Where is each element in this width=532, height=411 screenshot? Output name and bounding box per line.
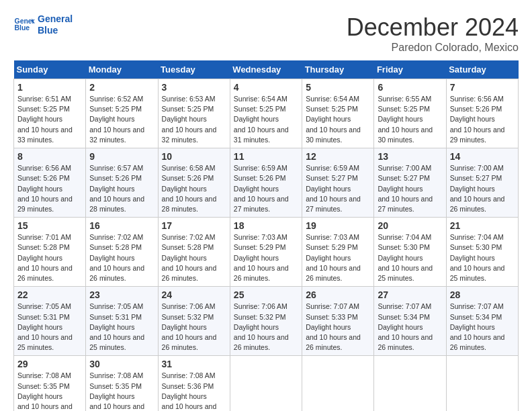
day-info: Sunrise: 6:57 AMSunset: 5:26 PMDaylight … (89, 163, 154, 214)
col-tuesday: Tuesday (158, 60, 230, 79)
day-info: Sunrise: 7:05 AMSunset: 5:31 PMDaylight … (17, 302, 82, 353)
day-info: Sunrise: 6:53 AMSunset: 5:25 PMDaylight … (162, 94, 226, 145)
logo-line2: Blue (38, 25, 73, 36)
calendar-cell: 12Sunrise: 6:59 AMSunset: 5:27 PMDayligh… (302, 148, 374, 218)
day-info: Sunrise: 7:07 AMSunset: 5:33 PMDaylight … (306, 302, 370, 353)
day-info: Sunrise: 6:59 AMSunset: 5:27 PMDaylight … (306, 163, 370, 214)
calendar-cell: 4Sunrise: 6:54 AMSunset: 5:25 PMDaylight… (230, 79, 302, 148)
calendar-cell: 26Sunrise: 7:07 AMSunset: 5:33 PMDayligh… (302, 287, 374, 356)
calendar-cell: 25Sunrise: 7:06 AMSunset: 5:32 PMDayligh… (230, 287, 302, 356)
calendar-cell: 8Sunrise: 6:56 AMSunset: 5:26 PMDaylight… (14, 148, 86, 218)
header-row: Sunday Monday Tuesday Wednesday Thursday… (14, 60, 519, 79)
calendar-cell: 9Sunrise: 6:57 AMSunset: 5:26 PMDaylight… (86, 148, 158, 218)
col-saturday: Saturday (446, 60, 518, 79)
calendar-cell: 30Sunrise: 7:08 AMSunset: 5:35 PMDayligh… (86, 356, 158, 411)
day-number: 27 (378, 289, 442, 300)
day-info: Sunrise: 6:54 AMSunset: 5:25 PMDaylight … (306, 94, 370, 145)
day-info: Sunrise: 7:06 AMSunset: 5:32 PMDaylight … (234, 302, 298, 353)
day-number: 2 (89, 82, 154, 93)
title-area: December 2024 Paredon Colorado, Mexico (347, 13, 519, 54)
calendar-cell: 28Sunrise: 7:07 AMSunset: 5:34 PMDayligh… (446, 287, 518, 356)
day-number: 29 (17, 359, 82, 369)
calendar-cell: 10Sunrise: 6:58 AMSunset: 5:26 PMDayligh… (158, 148, 230, 218)
calendar-cell: 1Sunrise: 6:51 AMSunset: 5:25 PMDaylight… (14, 79, 86, 148)
day-info: Sunrise: 7:05 AMSunset: 5:31 PMDaylight … (89, 302, 154, 353)
day-info: Sunrise: 7:02 AMSunset: 5:28 PMDaylight … (162, 232, 226, 283)
col-friday: Friday (374, 60, 446, 79)
calendar-cell: 31Sunrise: 7:08 AMSunset: 5:36 PMDayligh… (158, 356, 230, 411)
day-number: 22 (17, 289, 82, 300)
day-number: 21 (450, 220, 515, 231)
day-info: Sunrise: 6:56 AMSunset: 5:26 PMDaylight … (17, 163, 82, 214)
calendar-cell: 23Sunrise: 7:05 AMSunset: 5:31 PMDayligh… (86, 287, 158, 356)
calendar-cell (446, 356, 518, 411)
day-number: 23 (89, 289, 154, 300)
day-number: 16 (89, 220, 154, 231)
calendar-cell: 13Sunrise: 7:00 AMSunset: 5:27 PMDayligh… (374, 148, 446, 218)
day-info: Sunrise: 7:04 AMSunset: 5:30 PMDaylight … (378, 232, 442, 283)
day-number: 24 (162, 289, 226, 300)
calendar-week-4: 22Sunrise: 7:05 AMSunset: 5:31 PMDayligh… (14, 287, 519, 356)
day-number: 26 (306, 289, 370, 300)
day-info: Sunrise: 7:07 AMSunset: 5:34 PMDaylight … (450, 302, 515, 353)
calendar-cell: 21Sunrise: 7:04 AMSunset: 5:30 PMDayligh… (446, 218, 518, 287)
calendar-cell: 5Sunrise: 6:54 AMSunset: 5:25 PMDaylight… (302, 79, 374, 148)
logo-icon: General Blue (13, 14, 35, 36)
calendar-cell: 24Sunrise: 7:06 AMSunset: 5:32 PMDayligh… (158, 287, 230, 356)
logo: General Blue General Blue (13, 13, 73, 36)
calendar-cell: 29Sunrise: 7:08 AMSunset: 5:35 PMDayligh… (14, 356, 86, 411)
svg-text:Blue: Blue (15, 24, 30, 32)
day-number: 10 (162, 151, 226, 162)
col-thursday: Thursday (302, 60, 374, 79)
day-number: 13 (378, 151, 442, 162)
calendar-cell: 19Sunrise: 7:03 AMSunset: 5:29 PMDayligh… (302, 218, 374, 287)
day-info: Sunrise: 6:58 AMSunset: 5:26 PMDaylight … (162, 163, 226, 214)
day-info: Sunrise: 6:51 AMSunset: 5:25 PMDaylight … (17, 94, 82, 145)
day-number: 17 (162, 220, 226, 231)
day-info: Sunrise: 7:04 AMSunset: 5:30 PMDaylight … (450, 232, 515, 283)
day-info: Sunrise: 6:56 AMSunset: 5:26 PMDaylight … (450, 94, 515, 145)
calendar-week-2: 8Sunrise: 6:56 AMSunset: 5:26 PMDaylight… (14, 148, 519, 218)
day-number: 15 (17, 220, 82, 231)
day-info: Sunrise: 6:54 AMSunset: 5:25 PMDaylight … (234, 94, 298, 145)
col-monday: Monday (86, 60, 158, 79)
day-number: 11 (234, 151, 298, 162)
day-number: 31 (162, 359, 226, 369)
calendar-cell (302, 356, 374, 411)
calendar-week-1: 1Sunrise: 6:51 AMSunset: 5:25 PMDaylight… (14, 79, 519, 148)
day-number: 5 (306, 82, 370, 93)
day-info: Sunrise: 7:01 AMSunset: 5:28 PMDaylight … (17, 232, 82, 283)
day-number: 7 (450, 82, 515, 93)
header: General Blue General Blue December 2024 … (13, 13, 519, 54)
calendar-cell: 22Sunrise: 7:05 AMSunset: 5:31 PMDayligh… (14, 287, 86, 356)
day-info: Sunrise: 7:00 AMSunset: 5:27 PMDaylight … (378, 163, 442, 214)
calendar-cell: 6Sunrise: 6:55 AMSunset: 5:25 PMDaylight… (374, 79, 446, 148)
day-number: 9 (89, 151, 154, 162)
day-info: Sunrise: 7:08 AMSunset: 5:35 PMDaylight … (89, 371, 154, 411)
day-info: Sunrise: 7:03 AMSunset: 5:29 PMDaylight … (306, 232, 370, 283)
day-info: Sunrise: 6:52 AMSunset: 5:25 PMDaylight … (89, 94, 154, 145)
calendar-cell: 18Sunrise: 7:03 AMSunset: 5:29 PMDayligh… (230, 218, 302, 287)
day-info: Sunrise: 6:59 AMSunset: 5:26 PMDaylight … (234, 163, 298, 214)
calendar-cell: 17Sunrise: 7:02 AMSunset: 5:28 PMDayligh… (158, 218, 230, 287)
day-info: Sunrise: 6:55 AMSunset: 5:25 PMDaylight … (378, 94, 442, 145)
calendar-cell (230, 356, 302, 411)
col-wednesday: Wednesday (230, 60, 302, 79)
day-number: 6 (378, 82, 442, 93)
day-number: 4 (234, 82, 298, 93)
day-number: 3 (162, 82, 226, 93)
day-info: Sunrise: 7:08 AMSunset: 5:36 PMDaylight … (162, 371, 226, 411)
logo-line1: General (38, 13, 73, 25)
day-number: 20 (378, 220, 442, 231)
day-info: Sunrise: 7:08 AMSunset: 5:35 PMDaylight … (17, 371, 82, 411)
day-number: 25 (234, 289, 298, 300)
calendar-cell: 11Sunrise: 6:59 AMSunset: 5:26 PMDayligh… (230, 148, 302, 218)
day-number: 14 (450, 151, 515, 162)
day-number: 19 (306, 220, 370, 231)
day-info: Sunrise: 7:07 AMSunset: 5:34 PMDaylight … (378, 302, 442, 353)
col-sunday: Sunday (14, 60, 86, 79)
calendar-cell: 20Sunrise: 7:04 AMSunset: 5:30 PMDayligh… (374, 218, 446, 287)
subtitle: Paredon Colorado, Mexico (347, 42, 519, 54)
day-info: Sunrise: 7:06 AMSunset: 5:32 PMDaylight … (162, 302, 226, 353)
calendar-week-5: 29Sunrise: 7:08 AMSunset: 5:35 PMDayligh… (14, 356, 519, 411)
